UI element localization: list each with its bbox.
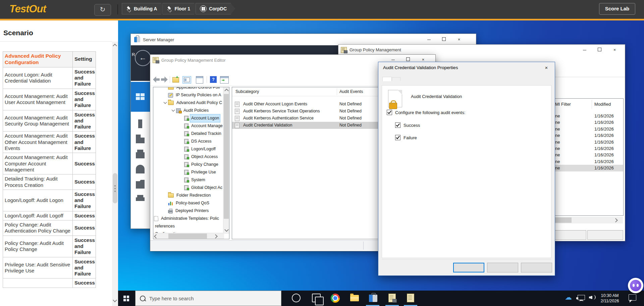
scrollbar-thumb[interactable] [224, 94, 229, 219]
tree-item[interactable]: Application Control Poli [153, 87, 229, 91]
policy-cell: Policy Change: Audit Audit Policy Change [3, 236, 73, 257]
top-bar: TestOut ↻ Building A Floor 1 CorpDC Scor… [0, 0, 644, 19]
tree-item[interactable]: Detailed Trackin [153, 130, 229, 138]
dialog-button[interactable] [521, 263, 552, 272]
tree-item[interactable]: Object Access [153, 153, 229, 161]
scroll-right-icon[interactable] [213, 234, 218, 239]
back-icon[interactable] [153, 76, 160, 83]
scroll-left-icon[interactable] [154, 234, 158, 239]
scroll-right-icon[interactable] [613, 218, 618, 222]
nav-dashboard-item[interactable] [131, 82, 150, 112]
tree-vertical-scrollbar[interactable] [223, 87, 229, 234]
column-separator[interactable] [592, 100, 592, 109]
properties-icon[interactable] [196, 76, 203, 84]
refresh-button[interactable]: ↻ [94, 4, 111, 16]
scrollbar-thumb[interactable] [113, 173, 117, 203]
scroll-down-icon[interactable] [224, 227, 229, 232]
score-lab-button[interactable]: Score Lab [599, 3, 635, 15]
taskbar-clock[interactable]: 10:30 AM 2/11/2026 [597, 293, 623, 304]
tree-item[interactable]: DS Access [153, 138, 229, 145]
panel-scrollbar[interactable] [112, 42, 118, 306]
tree-item[interactable]: Account Manage [153, 122, 229, 130]
audit-events-column-header[interactable]: Audit Events [339, 89, 363, 94]
dialog-button[interactable] [453, 263, 484, 272]
checkbox[interactable] [395, 135, 400, 140]
tree-item[interactable]: Privilege Use [153, 168, 229, 176]
maximize-button[interactable] [592, 46, 607, 55]
menu-item[interactable] [175, 68, 182, 71]
help-icon[interactable]: ? [210, 76, 217, 83]
scrollbar-thumb[interactable] [168, 234, 207, 239]
tab[interactable] [382, 77, 392, 81]
all-servers-icon[interactable] [136, 135, 145, 143]
maximize-button[interactable] [436, 35, 451, 44]
taskbar-search[interactable]: Type here to search [135, 291, 281, 306]
chat-widget-button[interactable] [628, 278, 643, 293]
checkbox[interactable] [387, 110, 392, 115]
show-console-tree-icon[interactable] [182, 76, 191, 84]
checkbox-row[interactable]: Failure [395, 135, 466, 140]
tree-item[interactable]: Global Object Ac [153, 184, 229, 192]
file-explorer-icon[interactable] [350, 295, 359, 301]
tree-item[interactable]: Policy-based QoS [153, 199, 229, 207]
subcategory-column-header[interactable]: Subcategory [235, 89, 259, 94]
modified-column-header[interactable]: Modified [594, 102, 611, 107]
tree-item[interactable]: System [153, 176, 229, 184]
tree-item[interactable]: Account Logon [153, 114, 229, 122]
scroll-up-icon[interactable] [113, 44, 117, 48]
group-policy-management-taskbar-icon[interactable] [388, 294, 396, 302]
dns-icon[interactable] [136, 165, 145, 173]
wmi-filter-column-header[interactable]: MI Filter [555, 102, 571, 107]
minimize-button[interactable] [421, 35, 436, 44]
menu-item[interactable] [155, 68, 162, 71]
start-button-icon[interactable] [123, 296, 129, 301]
breadcrumb-item[interactable]: Building A [122, 3, 165, 14]
export-list-icon[interactable] [220, 76, 229, 84]
scenario-heading: Scenario [3, 29, 33, 37]
tab[interactable] [392, 77, 400, 81]
tree-item[interactable]: Logon/Logoff [153, 145, 229, 153]
file-storage-icon[interactable] [136, 180, 145, 189]
scroll-up-icon[interactable] [224, 89, 229, 93]
speaker-icon[interactable] [589, 295, 595, 300]
tree-item[interactable]: Advanced Audit Policy C [153, 99, 229, 107]
local-server-icon[interactable] [138, 119, 142, 128]
checkbox-row[interactable]: Success [395, 122, 466, 128]
action-center-icon[interactable] [629, 294, 636, 301]
close-icon[interactable]: × [541, 64, 551, 71]
folder-up-icon[interactable] [172, 77, 179, 83]
chrome-icon[interactable] [331, 294, 340, 303]
close-button[interactable]: × [607, 46, 622, 55]
audit-subcategory-icon [235, 116, 239, 121]
checkbox[interactable] [395, 122, 400, 128]
network-icon[interactable] [578, 295, 585, 300]
close-button[interactable]: × [451, 35, 467, 44]
forward-icon[interactable] [161, 76, 168, 83]
tree-item[interactable]: Policy Change [153, 161, 229, 168]
minimize-button[interactable] [577, 46, 592, 55]
tree-horizontal-scrollbar[interactable] [153, 233, 224, 239]
cortana-icon[interactable] [292, 294, 301, 302]
breadcrumb-item[interactable]: Floor 1 [162, 3, 199, 14]
task-view-icon[interactable] [312, 294, 321, 302]
services-icon[interactable] [136, 150, 145, 158]
print-services-icon[interactable] [136, 195, 145, 201]
tree-item-label: Policy-based QoS [175, 199, 210, 207]
tree-item[interactable]: Deployed Printers [153, 207, 229, 215]
tree-item[interactable]: Folder Redirection [153, 192, 229, 199]
tree-item[interactable]: Administrative Templates: Polic [153, 215, 229, 222]
tree-item[interactable]: Audit Policies [153, 107, 229, 114]
onedrive-cloud-icon[interactable]: ☁ [565, 293, 572, 301]
dialog-button[interactable] [487, 263, 518, 272]
tree-item[interactable]: references [153, 222, 229, 230]
server-manager-taskbar-icon[interactable] [369, 295, 377, 302]
menu-item[interactable] [162, 68, 168, 71]
back-button[interactable]: ← [135, 50, 151, 66]
menu-item[interactable] [168, 68, 175, 71]
scroll-down-icon[interactable] [113, 298, 117, 302]
group-policy-editor-taskbar-icon[interactable] [407, 294, 414, 302]
tree-item[interactable]: IP Security Policies on A [153, 91, 229, 99]
checkbox-row[interactable]: Configure the following audit events: [387, 110, 466, 115]
breadcrumb-item[interactable]: CorpDC [196, 3, 235, 14]
column-separator[interactable] [337, 88, 337, 95]
